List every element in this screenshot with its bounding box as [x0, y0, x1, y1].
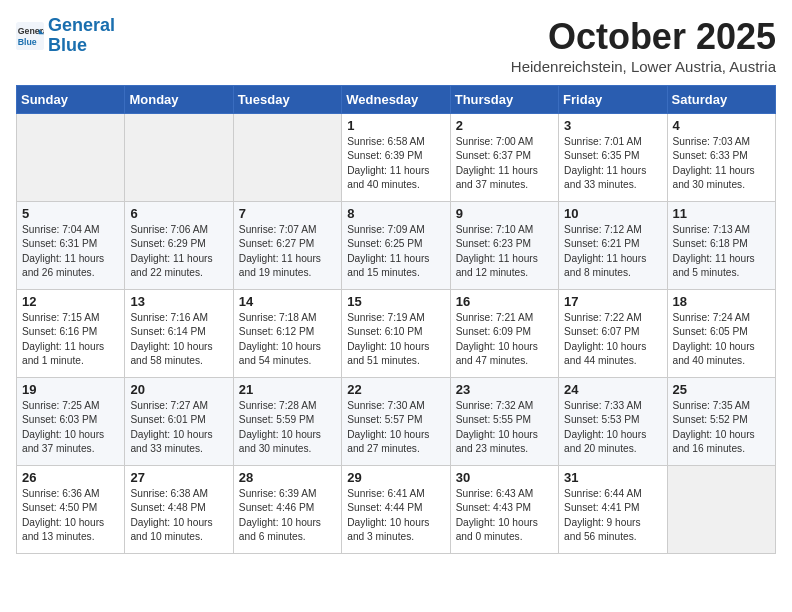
day-number: 30	[456, 470, 553, 485]
day-info: Sunrise: 7:30 AM Sunset: 5:57 PM Dayligh…	[347, 399, 444, 456]
calendar-day-cell: 16Sunrise: 7:21 AM Sunset: 6:09 PM Dayli…	[450, 290, 558, 378]
day-info: Sunrise: 7:06 AM Sunset: 6:29 PM Dayligh…	[130, 223, 227, 280]
day-info: Sunrise: 6:39 AM Sunset: 4:46 PM Dayligh…	[239, 487, 336, 544]
calendar-week-row: 5Sunrise: 7:04 AM Sunset: 6:31 PM Daylig…	[17, 202, 776, 290]
day-info: Sunrise: 6:43 AM Sunset: 4:43 PM Dayligh…	[456, 487, 553, 544]
calendar-week-row: 26Sunrise: 6:36 AM Sunset: 4:50 PM Dayli…	[17, 466, 776, 554]
day-info: Sunrise: 7:22 AM Sunset: 6:07 PM Dayligh…	[564, 311, 661, 368]
day-info: Sunrise: 6:44 AM Sunset: 4:41 PM Dayligh…	[564, 487, 661, 544]
calendar-day-cell: 20Sunrise: 7:27 AM Sunset: 6:01 PM Dayli…	[125, 378, 233, 466]
day-number: 22	[347, 382, 444, 397]
calendar-day-cell: 11Sunrise: 7:13 AM Sunset: 6:18 PM Dayli…	[667, 202, 775, 290]
day-info: Sunrise: 7:13 AM Sunset: 6:18 PM Dayligh…	[673, 223, 770, 280]
calendar-week-row: 19Sunrise: 7:25 AM Sunset: 6:03 PM Dayli…	[17, 378, 776, 466]
day-info: Sunrise: 6:58 AM Sunset: 6:39 PM Dayligh…	[347, 135, 444, 192]
day-number: 5	[22, 206, 119, 221]
calendar-day-cell: 29Sunrise: 6:41 AM Sunset: 4:44 PM Dayli…	[342, 466, 450, 554]
calendar-day-cell: 4Sunrise: 7:03 AM Sunset: 6:33 PM Daylig…	[667, 114, 775, 202]
weekday-header-cell: Monday	[125, 86, 233, 114]
day-number: 6	[130, 206, 227, 221]
day-info: Sunrise: 6:41 AM Sunset: 4:44 PM Dayligh…	[347, 487, 444, 544]
location-title: Heidenreichstein, Lower Austria, Austria	[511, 58, 776, 75]
calendar-day-cell: 31Sunrise: 6:44 AM Sunset: 4:41 PM Dayli…	[559, 466, 667, 554]
day-number: 18	[673, 294, 770, 309]
day-info: Sunrise: 7:01 AM Sunset: 6:35 PM Dayligh…	[564, 135, 661, 192]
calendar-day-cell: 22Sunrise: 7:30 AM Sunset: 5:57 PM Dayli…	[342, 378, 450, 466]
day-number: 17	[564, 294, 661, 309]
weekday-header: SundayMondayTuesdayWednesdayThursdayFrid…	[17, 86, 776, 114]
day-number: 16	[456, 294, 553, 309]
weekday-header-cell: Thursday	[450, 86, 558, 114]
calendar-day-cell: 30Sunrise: 6:43 AM Sunset: 4:43 PM Dayli…	[450, 466, 558, 554]
day-info: Sunrise: 7:07 AM Sunset: 6:27 PM Dayligh…	[239, 223, 336, 280]
weekday-header-cell: Saturday	[667, 86, 775, 114]
calendar-day-cell: 13Sunrise: 7:16 AM Sunset: 6:14 PM Dayli…	[125, 290, 233, 378]
calendar-day-cell: 17Sunrise: 7:22 AM Sunset: 6:07 PM Dayli…	[559, 290, 667, 378]
calendar-day-cell: 8Sunrise: 7:09 AM Sunset: 6:25 PM Daylig…	[342, 202, 450, 290]
day-info: Sunrise: 7:10 AM Sunset: 6:23 PM Dayligh…	[456, 223, 553, 280]
day-info: Sunrise: 7:19 AM Sunset: 6:10 PM Dayligh…	[347, 311, 444, 368]
day-info: Sunrise: 6:38 AM Sunset: 4:48 PM Dayligh…	[130, 487, 227, 544]
calendar-week-row: 1Sunrise: 6:58 AM Sunset: 6:39 PM Daylig…	[17, 114, 776, 202]
calendar-day-cell: 24Sunrise: 7:33 AM Sunset: 5:53 PM Dayli…	[559, 378, 667, 466]
day-number: 14	[239, 294, 336, 309]
calendar-day-cell: 2Sunrise: 7:00 AM Sunset: 6:37 PM Daylig…	[450, 114, 558, 202]
day-info: Sunrise: 7:03 AM Sunset: 6:33 PM Dayligh…	[673, 135, 770, 192]
day-number: 26	[22, 470, 119, 485]
day-number: 20	[130, 382, 227, 397]
day-number: 27	[130, 470, 227, 485]
day-info: Sunrise: 7:16 AM Sunset: 6:14 PM Dayligh…	[130, 311, 227, 368]
day-info: Sunrise: 7:04 AM Sunset: 6:31 PM Dayligh…	[22, 223, 119, 280]
calendar-table: SundayMondayTuesdayWednesdayThursdayFrid…	[16, 85, 776, 554]
day-info: Sunrise: 7:35 AM Sunset: 5:52 PM Dayligh…	[673, 399, 770, 456]
day-number: 12	[22, 294, 119, 309]
calendar-day-cell: 25Sunrise: 7:35 AM Sunset: 5:52 PM Dayli…	[667, 378, 775, 466]
day-number: 4	[673, 118, 770, 133]
weekday-header-cell: Friday	[559, 86, 667, 114]
day-info: Sunrise: 7:12 AM Sunset: 6:21 PM Dayligh…	[564, 223, 661, 280]
day-number: 24	[564, 382, 661, 397]
calendar-day-cell: 3Sunrise: 7:01 AM Sunset: 6:35 PM Daylig…	[559, 114, 667, 202]
calendar-day-cell: 15Sunrise: 7:19 AM Sunset: 6:10 PM Dayli…	[342, 290, 450, 378]
day-info: Sunrise: 7:00 AM Sunset: 6:37 PM Dayligh…	[456, 135, 553, 192]
day-info: Sunrise: 7:25 AM Sunset: 6:03 PM Dayligh…	[22, 399, 119, 456]
logo: General Blue General Blue	[16, 16, 115, 56]
day-number: 11	[673, 206, 770, 221]
logo-icon: General Blue	[16, 22, 44, 50]
day-info: Sunrise: 7:27 AM Sunset: 6:01 PM Dayligh…	[130, 399, 227, 456]
calendar-day-cell	[667, 466, 775, 554]
day-info: Sunrise: 7:32 AM Sunset: 5:55 PM Dayligh…	[456, 399, 553, 456]
calendar-day-cell	[233, 114, 341, 202]
day-number: 13	[130, 294, 227, 309]
calendar-day-cell: 12Sunrise: 7:15 AM Sunset: 6:16 PM Dayli…	[17, 290, 125, 378]
day-info: Sunrise: 7:33 AM Sunset: 5:53 PM Dayligh…	[564, 399, 661, 456]
calendar-day-cell: 21Sunrise: 7:28 AM Sunset: 5:59 PM Dayli…	[233, 378, 341, 466]
calendar-day-cell: 10Sunrise: 7:12 AM Sunset: 6:21 PM Dayli…	[559, 202, 667, 290]
day-info: Sunrise: 7:28 AM Sunset: 5:59 PM Dayligh…	[239, 399, 336, 456]
calendar-day-cell: 6Sunrise: 7:06 AM Sunset: 6:29 PM Daylig…	[125, 202, 233, 290]
weekday-header-cell: Tuesday	[233, 86, 341, 114]
svg-text:Blue: Blue	[18, 37, 37, 47]
day-number: 8	[347, 206, 444, 221]
calendar-body: 1Sunrise: 6:58 AM Sunset: 6:39 PM Daylig…	[17, 114, 776, 554]
day-number: 9	[456, 206, 553, 221]
title-area: October 2025 Heidenreichstein, Lower Aus…	[511, 16, 776, 75]
calendar-day-cell: 1Sunrise: 6:58 AM Sunset: 6:39 PM Daylig…	[342, 114, 450, 202]
calendar-day-cell: 14Sunrise: 7:18 AM Sunset: 6:12 PM Dayli…	[233, 290, 341, 378]
day-number: 25	[673, 382, 770, 397]
calendar-day-cell	[17, 114, 125, 202]
calendar-day-cell	[125, 114, 233, 202]
calendar-day-cell: 27Sunrise: 6:38 AM Sunset: 4:48 PM Dayli…	[125, 466, 233, 554]
day-info: Sunrise: 7:09 AM Sunset: 6:25 PM Dayligh…	[347, 223, 444, 280]
day-number: 19	[22, 382, 119, 397]
day-info: Sunrise: 7:18 AM Sunset: 6:12 PM Dayligh…	[239, 311, 336, 368]
day-number: 1	[347, 118, 444, 133]
header: General Blue General Blue October 2025 H…	[16, 16, 776, 75]
calendar-day-cell: 26Sunrise: 6:36 AM Sunset: 4:50 PM Dayli…	[17, 466, 125, 554]
day-number: 15	[347, 294, 444, 309]
day-number: 21	[239, 382, 336, 397]
day-number: 7	[239, 206, 336, 221]
calendar-day-cell: 19Sunrise: 7:25 AM Sunset: 6:03 PM Dayli…	[17, 378, 125, 466]
day-number: 10	[564, 206, 661, 221]
calendar-day-cell: 7Sunrise: 7:07 AM Sunset: 6:27 PM Daylig…	[233, 202, 341, 290]
